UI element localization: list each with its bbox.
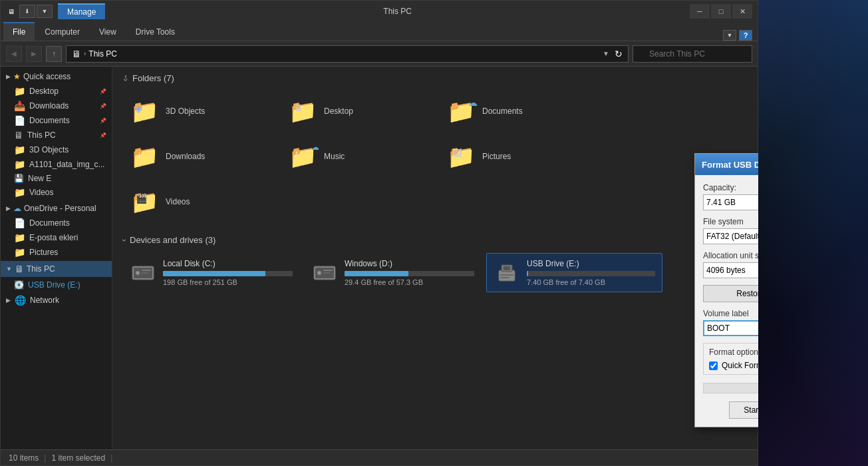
folder-downloads-icon: 📁 ↓ [128,140,160,172]
pin-icon: 📌 [100,89,106,95]
sidebar-item-network[interactable]: ▶ 🌐 Network [1,293,112,308]
sidebar-item-od-documents[interactable]: 📄 Documents [1,216,112,230]
drive-info-e: USB Drive (E:) 7.40 GB free of 7.40 GB [527,259,655,286]
svg-rect-15 [500,274,513,276]
tab-computer[interactable]: Computer [35,22,89,41]
folder-pictures-name: Pictures [482,152,511,161]
folder-music-icon: 📁 ♪ ☁ [287,140,319,172]
window-title: This PC [105,7,690,16]
customize-qat-btn[interactable]: ▼ [37,5,53,18]
sidebar-section-network: ▶ 🌐 Network [1,293,112,308]
up-button[interactable]: ↑ [46,46,62,62]
svg-rect-10 [323,270,333,271]
sidebar-item-od-pictures[interactable]: 📁 Pictures [1,245,112,260]
sidebar-item-videos-quick[interactable]: 📁 Videos [1,185,112,200]
back-button[interactable]: ◀ [6,46,22,62]
folder-documents-name: Documents [482,107,523,116]
drive-item-e[interactable]: USB Drive (E:) 7.40 GB free of 7.40 GB [486,253,662,292]
network-icon: 🌐 [15,295,26,306]
folder-icon: 📁 [14,187,25,198]
hdd-icon-d [311,260,338,286]
folder-icon: 📁 [14,86,25,97]
drive-item-d[interactable]: Windows (D:) 29.4 GB free of 57.3 GB [305,253,481,292]
ribbon-collapse-btn[interactable]: ▼ [723,30,736,41]
pin-icon: 📌 [100,103,106,109]
svg-rect-14 [504,266,510,270]
folder-3d-icon: 📁 ◈ [128,95,160,127]
folder-icon: 📁 [14,247,25,258]
folder-item-downloads[interactable]: 📁 ↓ Downloads [123,136,276,176]
statusbar: 10 items | 1 item selected | [1,449,758,465]
sidebar-item-this-pc[interactable]: ▼ 🖥 This PC [1,261,112,277]
drives-section-header[interactable]: › Devices and drives (3) [123,235,747,245]
drive-bar-bg-d [345,271,474,276]
tab-view[interactable]: View [90,22,126,41]
folder-icon: 📁 [14,232,25,243]
svg-rect-11 [323,272,330,274]
titlebar: 🖥 ⬇ ▼ Manage This PC ─ □ ✕ [1,1,758,22]
usb-icon-e [494,260,520,286]
sidebar-item-new-e[interactable]: 💾 New E [1,172,112,185]
sidebar-section-onedrive: ▶ ☁ OneDrive - Personal 📄 Documents 📁 E-… [1,201,112,260]
folder-documents-icon: 📁 ☁ [445,95,477,127]
search-input[interactable] [633,45,752,63]
address-bar: ◀ ▶ ↑ 🖥 › This PC ▼ ↻ 🔍 [1,41,758,67]
content-panel: › Folders (7) 📁 ◈ 3D Objects [112,67,758,449]
drive-bar-bg-c [163,271,293,276]
drive-bar-bg-e [527,271,655,276]
sidebar-header-quick-access[interactable]: ▶ ★ Quick access [1,69,112,84]
maximize-button[interactable]: □ [711,4,731,19]
sidebar-header-onedrive[interactable]: ▶ ☁ OneDrive - Personal [1,201,112,216]
folder-item-3d-objects[interactable]: 📁 ◈ 3D Objects [123,91,276,131]
ribbon-tab-manage[interactable]: Manage [58,3,105,19]
sidebar: ▶ ★ Quick access 📁 Desktop 📌 📥 Downloads… [1,67,112,449]
folder-item-music[interactable]: 📁 ♪ ☁ Music [281,136,434,176]
folder-icon: 📁 [14,144,25,155]
folder-item-videos[interactable]: 📁 🎬 Videos [123,182,276,222]
drive-info-c: Local Disk (C:) 198 GB free of 251 GB [163,259,293,286]
folder-item-documents[interactable]: 📁 ☁ Documents [440,91,593,131]
sidebar-section-quick-access: ▶ ★ Quick access 📁 Desktop 📌 📥 Downloads… [1,69,112,200]
folder-music-name: Music [324,152,345,161]
sidebar-item-a1101[interactable]: 📁 A1101_data_img_c... [1,157,112,172]
forward-button[interactable]: ▶ [26,46,42,62]
drive-icon-sidebar: 💾 [14,174,24,183]
tab-file[interactable]: File [3,22,35,41]
svg-rect-5 [142,272,148,274]
svg-point-9 [318,272,321,274]
sidebar-item-usb-drive[interactable]: 💽 USB Drive (E:) [1,278,112,292]
sidebar-section-usb: 💽 USB Drive (E:) [1,278,112,292]
drive-item-c[interactable]: Local Disk (C:) 198 GB free of 251 GB [123,253,299,292]
hdd-icon-c [130,260,156,286]
sidebar-item-od-eposta[interactable]: 📁 E-posta ekleri [1,230,112,245]
drive-bar-fill-e [527,271,528,276]
close-button[interactable]: ✕ [732,4,752,19]
app-icon: 🖥 [6,6,17,17]
address-path[interactable]: 🖥 › This PC ▼ ↻ [66,45,629,63]
this-pc-icon: 🖥 [14,130,23,140]
folder-item-pictures[interactable]: 📁 🖼 Pictures [440,136,593,176]
folder-downloads-name: Downloads [166,152,205,161]
folder-videos-icon: 📁 🎬 [128,186,160,218]
cloud-icon: ☁ [13,204,21,213]
folder-desktop-name: Desktop [324,107,353,116]
sidebar-section-this-pc: ▼ 🖥 This PC [1,261,112,277]
sidebar-item-this-pc-quick[interactable]: 🖥 This PC 📌 [1,128,112,142]
quick-access-btn[interactable]: ⬇ [19,5,35,18]
tab-drive-tools[interactable]: Drive Tools [126,22,184,41]
folders-section-header[interactable]: › Folders (7) [123,73,747,83]
sidebar-item-desktop[interactable]: 📁 Desktop 📌 [1,84,112,99]
quick-format-checkbox[interactable] [709,361,718,370]
sidebar-item-3d-objects-quick[interactable]: 📁 3D Objects [1,142,112,157]
search-wrapper: 🔍 [633,45,752,63]
minimize-button[interactable]: ─ [690,4,710,19]
folder-item-desktop[interactable]: 📁 🖥 Desktop [281,91,434,131]
refresh-button[interactable]: ↻ [615,49,623,59]
folder-icon: 📄 [14,115,25,126]
ribbon: File Computer View Drive Tools ▼ ? [1,22,758,41]
this-pc-sidebar-icon: 🖥 [15,264,24,274]
sidebar-item-documents[interactable]: 📄 Documents 📌 [1,113,112,128]
sidebar-item-downloads[interactable]: 📥 Downloads 📌 [1,99,112,113]
help-button[interactable]: ? [739,30,752,41]
drives-grid: Local Disk (C:) 198 GB free of 251 GB [123,253,747,292]
